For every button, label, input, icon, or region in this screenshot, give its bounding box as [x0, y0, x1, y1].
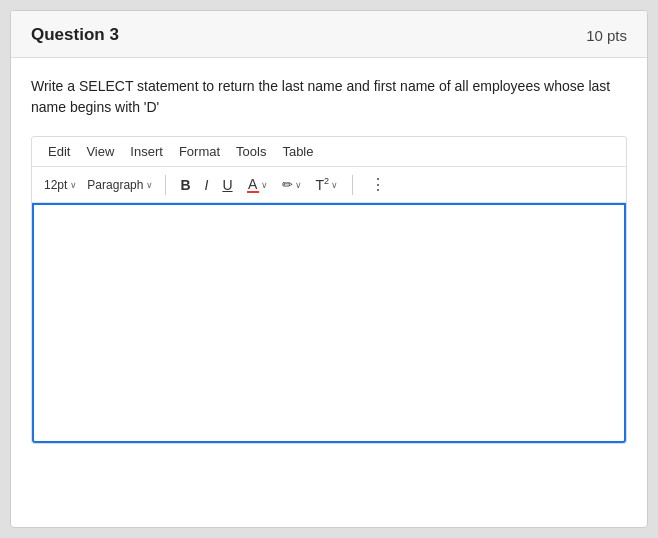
- menu-format[interactable]: Format: [171, 141, 228, 162]
- italic-button[interactable]: I: [199, 174, 215, 196]
- highlight-chevron: ∨: [295, 180, 302, 190]
- menu-tools[interactable]: Tools: [228, 141, 274, 162]
- card-header: Question 3 10 pts: [11, 11, 647, 58]
- highlight-button[interactable]: ✏ ∨: [276, 174, 308, 195]
- bold-button[interactable]: B: [174, 174, 196, 196]
- underline-button[interactable]: U: [216, 174, 238, 196]
- editor-menubar: Edit View Insert Format Tools Table: [32, 137, 626, 167]
- toolbar-divider-1: [165, 175, 166, 195]
- menu-table[interactable]: Table: [274, 141, 321, 162]
- question-card: Question 3 10 pts Write a SELECT stateme…: [10, 10, 648, 528]
- question-text: Write a SELECT statement to return the l…: [31, 76, 627, 118]
- editor-toolbar: 12pt ∨ Paragraph ∨ B I U A ∨: [32, 167, 626, 203]
- font-size-chevron: ∨: [70, 180, 77, 190]
- font-color-icon: A: [247, 177, 259, 193]
- toolbar-divider-2: [352, 175, 353, 195]
- menu-view[interactable]: View: [78, 141, 122, 162]
- font-size-select[interactable]: 12pt ∨: [40, 176, 81, 194]
- superscript-icon: T2: [316, 176, 330, 193]
- font-size-value: 12pt: [44, 178, 67, 192]
- highlight-icon: ✏: [282, 177, 293, 192]
- editor-wrapper: Edit View Insert Format Tools Table 12pt…: [31, 136, 627, 444]
- card-body: Write a SELECT statement to return the l…: [11, 58, 647, 460]
- menu-edit[interactable]: Edit: [40, 141, 78, 162]
- font-color-button[interactable]: A ∨: [241, 174, 274, 196]
- paragraph-chevron: ∨: [146, 180, 153, 190]
- points-label: 10 pts: [586, 27, 627, 44]
- menu-insert[interactable]: Insert: [122, 141, 171, 162]
- paragraph-select[interactable]: Paragraph ∨: [83, 176, 157, 194]
- editor-content-area[interactable]: [32, 203, 626, 443]
- more-options-button[interactable]: ⋮: [365, 172, 391, 197]
- font-color-chevron: ∨: [261, 180, 268, 190]
- superscript-button[interactable]: T2 ∨: [310, 173, 345, 196]
- superscript-chevron: ∨: [331, 180, 338, 190]
- paragraph-value: Paragraph: [87, 178, 143, 192]
- question-title: Question 3: [31, 25, 119, 45]
